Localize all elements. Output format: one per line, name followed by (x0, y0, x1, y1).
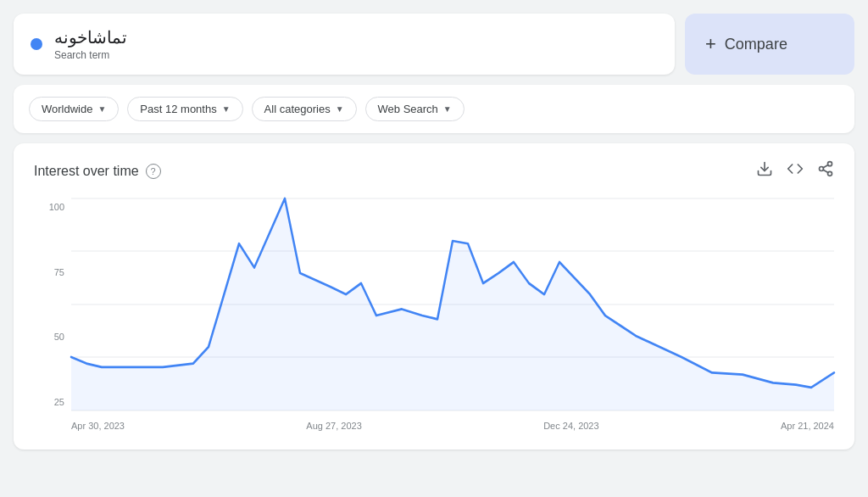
time-chevron-icon: ▼ (222, 104, 231, 114)
chart-container: 100 75 50 25 Apr 30, 2023 (34, 198, 834, 436)
location-filter[interactable]: Worldwide ▼ (29, 97, 119, 121)
help-icon-label: ? (151, 166, 156, 176)
compare-plus-icon: + (705, 33, 716, 55)
chart-title: Interest over time (34, 164, 139, 179)
chart-title-area: Interest over time ? (34, 164, 161, 179)
chart-header: Interest over time ? (34, 160, 834, 181)
search-term-dot (31, 38, 42, 50)
x-axis: Apr 30, 2023 Aug 27, 2023 Dec 24, 2023 A… (71, 416, 834, 436)
line-chart (71, 198, 834, 410)
search-term-card: تماشاخونه Search term (14, 14, 675, 75)
search-term-word: تماشاخونه (54, 27, 127, 47)
category-filter[interactable]: All categories ▼ (252, 97, 357, 121)
search-type-chevron-icon: ▼ (443, 104, 452, 114)
download-icon[interactable] (756, 160, 773, 181)
chart-svg-area (71, 198, 834, 410)
x-label-apr23: Apr 30, 2023 (71, 421, 125, 431)
svg-line-5 (823, 165, 828, 167)
time-filter[interactable]: Past 12 months ▼ (127, 97, 242, 121)
y-axis: 100 75 50 25 (34, 198, 64, 410)
chart-actions (756, 160, 834, 181)
y-label-50: 50 (34, 332, 64, 342)
y-label-75: 75 (34, 267, 64, 277)
y-label-25: 25 (34, 397, 64, 407)
search-term-info: تماشاخونه Search term (54, 27, 127, 61)
filters-row: Worldwide ▼ Past 12 months ▼ All categor… (14, 85, 854, 133)
category-filter-label: All categories (264, 103, 331, 115)
compare-label: Compare (725, 36, 787, 53)
search-term-label: Search term (54, 49, 127, 61)
category-chevron-icon: ▼ (336, 104, 344, 114)
time-filter-label: Past 12 months (140, 103, 216, 115)
x-label-dec23: Dec 24, 2023 (543, 421, 598, 431)
x-label-aug23: Aug 27, 2023 (306, 421, 361, 431)
embed-icon[interactable] (787, 160, 804, 181)
svg-line-4 (823, 170, 828, 172)
location-chevron-icon: ▼ (97, 104, 106, 114)
location-filter-label: Worldwide (42, 103, 92, 115)
search-type-filter[interactable]: Web Search ▼ (365, 97, 465, 121)
y-label-100: 100 (34, 202, 64, 212)
search-type-filter-label: Web Search (378, 103, 438, 115)
chart-card: Interest over time ? (14, 143, 854, 450)
help-icon[interactable]: ? (146, 164, 161, 179)
share-icon[interactable] (817, 160, 834, 181)
x-label-apr24: Apr 21, 2024 (781, 421, 834, 431)
compare-card[interactable]: + Compare (685, 14, 854, 75)
